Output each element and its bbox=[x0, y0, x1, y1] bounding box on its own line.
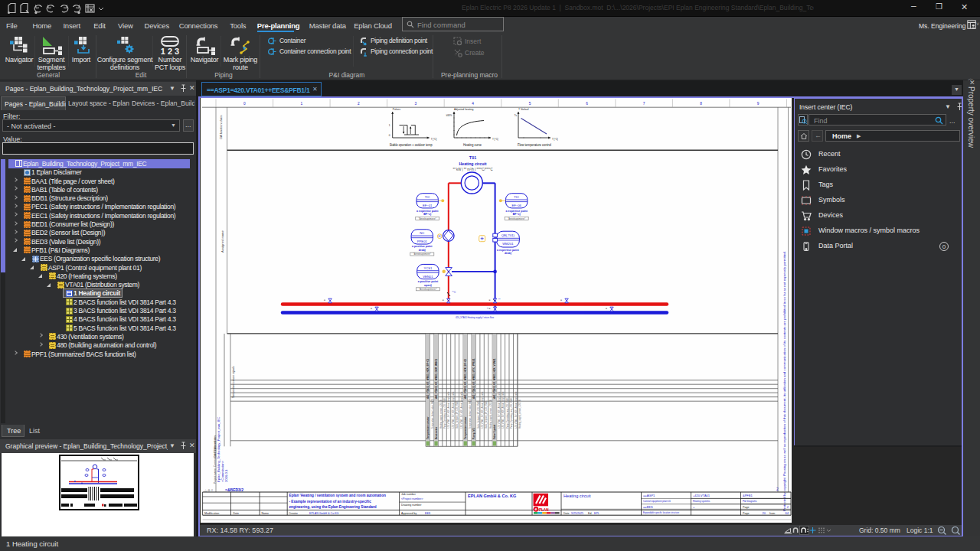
svg-text:0: 0 bbox=[243, 102, 246, 106]
svg-text:420_VTA01_EV_HZK_Actual_temp_v: 420_VTA01_EV_HZK_Actual_temp_value bbox=[460, 391, 463, 429]
svg-text:Date: Date bbox=[564, 512, 570, 515]
svg-text:=: = bbox=[560, 298, 562, 302]
svg-text:YCS1: YCS1 bbox=[423, 266, 433, 270]
svg-text:Pulses: Pulses bbox=[393, 108, 400, 111]
svg-text:420_VTA01_EV_HZK_Actual_temp_v: 420_VTA01_EV_HZK_Actual_temp_value bbox=[514, 391, 518, 429]
svg-text:EF~06: EF~06 bbox=[511, 204, 521, 207]
svg-text:20: 20 bbox=[763, 511, 766, 515]
svg-text:1 2 3: 1 2 3 bbox=[161, 47, 179, 56]
svg-text:Name: Name bbox=[262, 512, 270, 515]
svg-text:9: 9 bbox=[757, 102, 760, 106]
svg-text:Creator: Creator bbox=[289, 512, 299, 515]
svg-text:T01: T01 bbox=[469, 155, 476, 160]
svg-text:Flow temperature control: Flow temperature control bbox=[518, 143, 551, 147]
svg-text:Valve_Setpoint_3P_420_VTA01: Valve_Setpoint_3P_420_VTA01 bbox=[477, 400, 480, 429]
svg-text:Page: Page bbox=[743, 506, 749, 509]
svg-text:420_VTA01_EV_HZK_Actual_temp_v: 420_VTA01_EV_HZK_Actual_temp_value bbox=[501, 391, 505, 429]
svg-text:Pump_Operating_msg_420_VTA01: Pump_Operating_msg_420_VTA01 bbox=[510, 397, 513, 429]
svg-text:Heating_supply_sensor_420 2 B: Heating_supply_sensor_420 2 B bbox=[489, 399, 492, 429]
svg-text:engineering, using the Eplan E: engineering, using the Eplan Engineering… bbox=[289, 505, 377, 509]
svg-text:Temperature sensor signals: Temperature sensor signals bbox=[232, 366, 235, 398]
svg-text:GA-Funktionsliste: GA-Funktionsliste bbox=[214, 437, 217, 458]
svg-text:a positive point: a positive point bbox=[412, 245, 433, 248]
svg-text:Page: Page bbox=[743, 512, 749, 515]
svg-text:Temperature_Actual_value_BACS: Temperature_Actual_value_BACS bbox=[431, 398, 434, 429]
svg-text:&PFB1: &PFB1 bbox=[743, 494, 753, 497]
svg-text:Drawing number: Drawing number bbox=[401, 504, 422, 507]
svg-text:420_VTA01_EV_HZK_Actual_temp_v: 420_VTA01_EV_HZK_Actual_temp_value bbox=[498, 391, 501, 429]
svg-text:Valve 3-point: Valve 3-point bbox=[493, 425, 496, 439]
svg-text:=: = bbox=[371, 307, 372, 310]
svg-text:=: = bbox=[489, 298, 491, 302]
svg-text:1: 1 bbox=[389, 124, 390, 127]
svg-text:Heating circuit: Heating circuit bbox=[459, 161, 487, 166]
svg-text:2: 2 bbox=[776, 487, 779, 491]
svg-text:7: 7 bbox=[643, 102, 645, 106]
svg-text:open): open) bbox=[424, 284, 433, 287]
svg-text:Protected by copyright. Passin: Protected by copyright. Passing on as we… bbox=[782, 251, 786, 511]
svg-text:T [°C]: T [°C] bbox=[552, 138, 558, 141]
svg-text:BF~s): BF~s) bbox=[513, 213, 521, 216]
svg-text:BF~s): BF~s) bbox=[423, 213, 432, 216]
svg-text:drab): drab) bbox=[419, 249, 426, 252]
svg-text:420_VTA01_EV_WM01_GER_WM01: 420_VTA01_EV_WM01_GER_WM01 bbox=[435, 359, 438, 399]
svg-text:from: from bbox=[769, 512, 775, 515]
svg-text:drab): drab) bbox=[505, 252, 512, 255]
svg-text:Pump_Operating_msg_420_VTA01: Pump_Operating_msg_420_VTA01 bbox=[443, 397, 446, 429]
svg-text:PLAN: PLAN bbox=[539, 508, 549, 512]
svg-text:NC: NC bbox=[420, 231, 424, 235]
svg-text:a positive point: a positive point bbox=[418, 280, 439, 283]
svg-text:T [°C]: T [°C] bbox=[431, 138, 437, 141]
svg-text:2026.0.3: 2026.0.3 bbox=[224, 469, 228, 482]
svg-text:Eplan 'Heating / ventilation s: Eplan 'Heating / ventilation system and … bbox=[289, 494, 387, 497]
svg-text:*°C: *°C bbox=[452, 291, 457, 294]
svg-text:Tv: Tv bbox=[514, 114, 518, 117]
svg-text:GA function chain: GA function chain bbox=[219, 116, 223, 139]
svg-text:a expertise point: a expertise point bbox=[416, 210, 439, 213]
svg-text:420_VTA01_EV_HZK_Actual_temp_v: 420_VTA01_EV_HZK_Actual_temp_value bbox=[481, 391, 484, 429]
svg-text:==EES: ==EES bbox=[643, 505, 653, 509]
svg-text:Heating_supply_sensor_420 2 B: Heating_supply_sensor_420 2 B bbox=[518, 399, 521, 429]
svg-text:T Vorlauf: T Vorlauf bbox=[518, 108, 529, 111]
svg-text:3: 3 bbox=[415, 102, 417, 106]
svg-text:420_VTA01_EV_WM01_MTC_PPE01: 420_VTA01_EV_WM01_MTC_PPE01 bbox=[472, 358, 475, 399]
svg-text:1: 1 bbox=[301, 102, 303, 106]
svg-text:=: = bbox=[489, 307, 491, 310]
svg-text:EF~01: EF~01 bbox=[423, 204, 433, 207]
svg-text:5: 5 bbox=[529, 102, 531, 106]
svg-text:420_VTA01_EV_WM01_HZK_VEN01: 420_VTA01_EV_WM01_HZK_VEN01 bbox=[493, 358, 496, 399]
svg-text:9/25/2025: 9/25/2025 bbox=[571, 512, 583, 515]
svg-text:Temperature sensor: Temperature sensor bbox=[426, 416, 430, 439]
svg-text:Valve_Setpoint_3P_420_VTA01: Valve_Setpoint_3P_420_VTA01 bbox=[485, 400, 488, 429]
svg-text:*Antriebsoptimierer*: *Antriebsoptimierer* bbox=[419, 288, 436, 291]
svg-text:420_VTA01_EV_HZK_Actual_temp_v: 420_VTA01_EV_HZK_Actual_temp_value bbox=[447, 391, 450, 429]
svg-text:Stable operation + outdoor tem: Stable operation + outdoor temp bbox=[390, 143, 433, 147]
svg-text:a expertise point: a expertise point bbox=[497, 249, 519, 252]
svg-text:420_VTA01 Heating supply / ret: 420_VTA01 Heating supply / return flow bbox=[456, 316, 494, 319]
svg-text:PPE01: PPE01 bbox=[417, 240, 428, 243]
svg-text:=: = bbox=[443, 298, 444, 302]
svg-text:Heating systems: Heating systems bbox=[693, 500, 710, 503]
svg-text:Approved by: Approved by bbox=[401, 512, 416, 515]
svg-text:EPLAN GmbH & Co. KG: EPLAN GmbH & Co. KG bbox=[468, 494, 516, 498]
svg-text:Adjusted heating: Adjusted heating bbox=[454, 108, 473, 111]
svg-text:Modification: Modification bbox=[204, 512, 219, 515]
svg-text:Job number: Job number bbox=[401, 493, 416, 496]
svg-text:kW/%: kW/% bbox=[446, 114, 452, 117]
svg-text:420_VTA01_EV_WM01_HZK_BF~01: 420_VTA01_EV_WM01_HZK_BF~01 bbox=[426, 359, 430, 399]
svg-text:Temperature sensor: Temperature sensor bbox=[464, 416, 467, 439]
svg-text:e: e bbox=[535, 507, 537, 511]
svg-text:WM201: WM201 bbox=[502, 242, 514, 246]
svg-text:=: = bbox=[324, 298, 325, 302]
svg-text:=: = bbox=[606, 307, 607, 310]
svg-text:Heating circuit: Heating circuit bbox=[564, 494, 591, 498]
svg-text:EES: EES bbox=[425, 512, 431, 515]
svg-text:Pump, M1: Pump, M1 bbox=[472, 428, 475, 439]
svg-text:+420.VTA01: +420.VTA01 bbox=[693, 494, 710, 497]
svg-text:4: 4 bbox=[472, 102, 474, 106]
svg-text:*Antriebsoptimierer*: *Antriebsoptimierer* bbox=[508, 217, 525, 220]
svg-text:*Antriebsoptimierer*: *Antriebsoptimierer* bbox=[419, 217, 436, 220]
svg-text:=&BED3/2: =&BED3/2 bbox=[225, 487, 243, 492]
svg-text:0: 0 bbox=[389, 134, 390, 137]
svg-text:*Antriebsoptimierer*: *Antriebsoptimierer* bbox=[413, 253, 431, 256]
